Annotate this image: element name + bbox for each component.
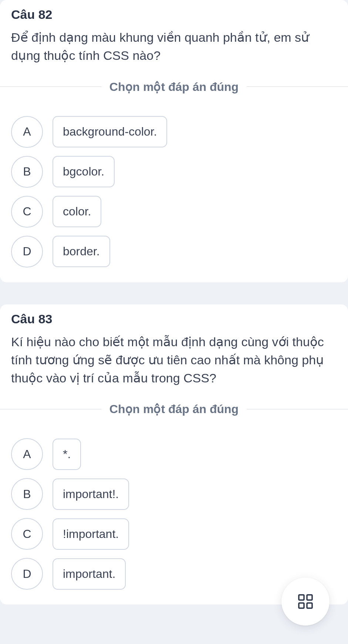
option-letter: B [11,156,43,188]
option-letter: D [11,236,43,268]
option-d[interactable]: D border. [11,236,337,268]
question-number: Câu 82 [11,7,337,22]
option-a[interactable]: A background-color. [11,116,337,148]
option-label: background-color. [53,116,167,147]
option-label: border. [53,236,110,267]
question-text: Kí hiệu nào cho biết một mẫu định dạng c… [11,333,337,388]
question-number: Câu 83 [11,312,337,326]
svg-rect-3 [307,603,312,608]
option-c[interactable]: C color. [11,196,337,228]
grid-menu-button[interactable] [281,577,330,626]
svg-rect-1 [307,595,312,600]
question-header: Câu 83 Kí hiệu nào cho biết một mẫu định… [0,304,348,388]
option-label: important!. [53,478,129,510]
option-letter: B [11,478,43,510]
question-card: Câu 82 Để định dạng màu khung viền quanh… [0,0,348,282]
option-letter: C [11,518,43,550]
option-letter: A [11,116,43,148]
instruction-divider: Chọn một đáp án đúng [0,80,348,94]
option-c[interactable]: C !important. [11,518,337,550]
question-card: Câu 83 Kí hiệu nào cho biết một mẫu định… [0,304,348,605]
option-letter: D [11,558,43,590]
option-label: *. [53,439,81,470]
instruction-text: Chọn một đáp án đúng [101,80,247,94]
divider-line [0,86,101,87]
svg-rect-2 [299,603,304,608]
option-a[interactable]: A *. [11,438,337,470]
options-list: A *. B important!. C !important. D impor… [0,438,348,590]
grid-icon [297,593,314,610]
divider-line [247,86,348,87]
instruction-divider: Chọn một đáp án đúng [0,402,348,416]
question-header: Câu 82 Để định dạng màu khung viền quanh… [0,0,348,65]
option-b[interactable]: B important!. [11,478,337,510]
instruction-text: Chọn một đáp án đúng [101,402,247,416]
option-letter: C [11,196,43,228]
option-label: color. [53,196,101,227]
option-b[interactable]: B bgcolor. [11,156,337,188]
option-label: bgcolor. [53,156,115,187]
options-list: A background-color. B bgcolor. C color. … [0,116,348,268]
svg-rect-0 [299,595,304,600]
option-label: !important. [53,518,129,550]
question-text: Để định dạng màu khung viền quanh phần t… [11,28,337,65]
divider-line [0,409,101,409]
divider-line [247,409,348,409]
option-letter: A [11,438,43,470]
option-label: important. [53,558,126,590]
